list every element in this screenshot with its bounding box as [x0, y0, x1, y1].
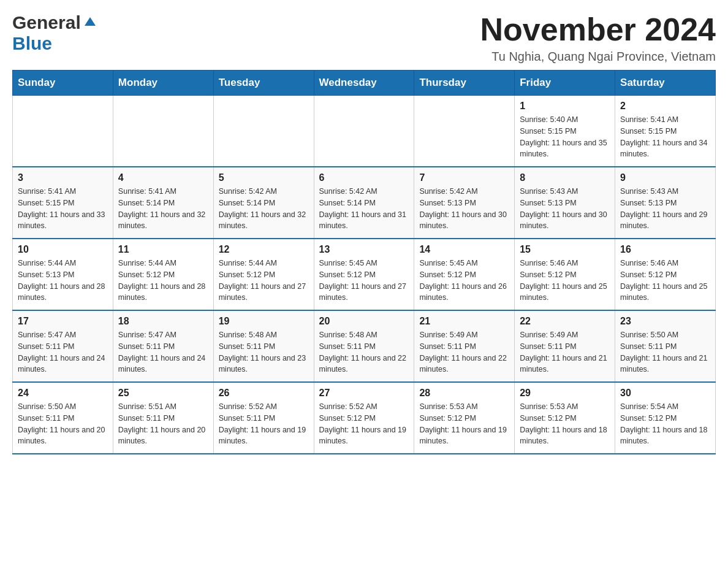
- table-row: [13, 96, 113, 167]
- day-info: Sunrise: 5:44 AMSunset: 5:13 PMDaylight:…: [18, 258, 108, 304]
- calendar-week-row: 3Sunrise: 5:41 AMSunset: 5:15 PMDaylight…: [13, 167, 716, 239]
- day-info: Sunrise: 5:41 AMSunset: 5:15 PMDaylight:…: [620, 114, 710, 160]
- day-number: 13: [319, 244, 409, 255]
- col-thursday: Thursday: [414, 71, 515, 96]
- day-info: Sunrise: 5:42 AMSunset: 5:14 PMDaylight:…: [219, 186, 309, 232]
- day-number: 1: [520, 101, 610, 112]
- day-number: 28: [419, 388, 509, 399]
- table-row: 4Sunrise: 5:41 AMSunset: 5:14 PMDaylight…: [113, 167, 213, 239]
- table-row: 20Sunrise: 5:48 AMSunset: 5:11 PMDayligh…: [314, 310, 414, 382]
- day-info: Sunrise: 5:53 AMSunset: 5:12 PMDaylight:…: [419, 401, 509, 447]
- day-number: 25: [118, 388, 208, 399]
- col-tuesday: Tuesday: [213, 71, 314, 96]
- day-info: Sunrise: 5:43 AMSunset: 5:13 PMDaylight:…: [620, 186, 710, 232]
- table-row: 16Sunrise: 5:46 AMSunset: 5:12 PMDayligh…: [615, 239, 716, 310]
- day-info: Sunrise: 5:45 AMSunset: 5:12 PMDaylight:…: [419, 258, 509, 304]
- day-number: 2: [620, 101, 710, 112]
- table-row: 8Sunrise: 5:43 AMSunset: 5:13 PMDaylight…: [515, 167, 615, 239]
- table-row: 14Sunrise: 5:45 AMSunset: 5:12 PMDayligh…: [414, 239, 515, 310]
- day-info: Sunrise: 5:48 AMSunset: 5:11 PMDaylight:…: [319, 329, 409, 375]
- table-row: 6Sunrise: 5:42 AMSunset: 5:14 PMDaylight…: [314, 167, 414, 239]
- day-number: 14: [419, 244, 509, 255]
- day-info: Sunrise: 5:54 AMSunset: 5:12 PMDaylight:…: [620, 401, 710, 447]
- table-row: 7Sunrise: 5:42 AMSunset: 5:13 PMDaylight…: [414, 167, 515, 239]
- col-sunday: Sunday: [13, 71, 113, 96]
- page-header: General Blue November 2024 Tu Nghia, Qua…: [12, 12, 716, 64]
- day-number: 4: [118, 172, 208, 183]
- day-info: Sunrise: 5:42 AMSunset: 5:14 PMDaylight:…: [319, 186, 409, 232]
- day-number: 24: [18, 388, 108, 399]
- day-number: 26: [219, 388, 309, 399]
- logo: General Blue: [12, 12, 97, 54]
- table-row: [414, 96, 515, 167]
- day-number: 18: [118, 316, 208, 327]
- table-row: [113, 96, 213, 167]
- table-row: 3Sunrise: 5:41 AMSunset: 5:15 PMDaylight…: [13, 167, 113, 239]
- calendar-week-row: 17Sunrise: 5:47 AMSunset: 5:11 PMDayligh…: [13, 310, 716, 382]
- table-row: 22Sunrise: 5:49 AMSunset: 5:11 PMDayligh…: [515, 310, 615, 382]
- calendar-week-row: 24Sunrise: 5:50 AMSunset: 5:11 PMDayligh…: [13, 382, 716, 454]
- day-info: Sunrise: 5:52 AMSunset: 5:11 PMDaylight:…: [219, 401, 309, 447]
- table-row: [314, 96, 414, 167]
- day-number: 7: [419, 172, 509, 183]
- day-info: Sunrise: 5:44 AMSunset: 5:12 PMDaylight:…: [118, 258, 208, 304]
- table-row: 15Sunrise: 5:46 AMSunset: 5:12 PMDayligh…: [515, 239, 615, 310]
- day-info: Sunrise: 5:40 AMSunset: 5:15 PMDaylight:…: [520, 114, 610, 160]
- day-number: 21: [419, 316, 509, 327]
- title-section: November 2024 Tu Nghia, Quang Ngai Provi…: [480, 12, 716, 64]
- day-number: 10: [18, 244, 108, 255]
- calendar-week-row: 10Sunrise: 5:44 AMSunset: 5:13 PMDayligh…: [13, 239, 716, 310]
- table-row: 9Sunrise: 5:43 AMSunset: 5:13 PMDaylight…: [615, 167, 716, 239]
- calendar-table: Sunday Monday Tuesday Wednesday Thursday…: [12, 70, 716, 454]
- day-info: Sunrise: 5:53 AMSunset: 5:12 PMDaylight:…: [520, 401, 610, 447]
- logo-blue-text: Blue: [12, 33, 52, 54]
- day-number: 6: [319, 172, 409, 183]
- day-info: Sunrise: 5:50 AMSunset: 5:11 PMDaylight:…: [620, 329, 710, 375]
- table-row: 17Sunrise: 5:47 AMSunset: 5:11 PMDayligh…: [13, 310, 113, 382]
- col-monday: Monday: [113, 71, 213, 96]
- day-info: Sunrise: 5:46 AMSunset: 5:12 PMDaylight:…: [620, 258, 710, 304]
- day-info: Sunrise: 5:49 AMSunset: 5:11 PMDaylight:…: [419, 329, 509, 375]
- table-row: 13Sunrise: 5:45 AMSunset: 5:12 PMDayligh…: [314, 239, 414, 310]
- day-info: Sunrise: 5:46 AMSunset: 5:12 PMDaylight:…: [520, 258, 610, 304]
- table-row: 11Sunrise: 5:44 AMSunset: 5:12 PMDayligh…: [113, 239, 213, 310]
- table-row: 2Sunrise: 5:41 AMSunset: 5:15 PMDaylight…: [615, 96, 716, 167]
- calendar-week-row: 1Sunrise: 5:40 AMSunset: 5:15 PMDaylight…: [13, 96, 716, 167]
- table-row: 29Sunrise: 5:53 AMSunset: 5:12 PMDayligh…: [515, 382, 615, 454]
- day-info: Sunrise: 5:41 AMSunset: 5:14 PMDaylight:…: [118, 186, 208, 232]
- day-number: 9: [620, 172, 710, 183]
- day-number: 16: [620, 244, 710, 255]
- day-number: 12: [219, 244, 309, 255]
- day-number: 17: [18, 316, 108, 327]
- logo-general-text: General: [12, 12, 81, 33]
- col-wednesday: Wednesday: [314, 71, 414, 96]
- table-row: 5Sunrise: 5:42 AMSunset: 5:14 PMDaylight…: [213, 167, 314, 239]
- table-row: 10Sunrise: 5:44 AMSunset: 5:13 PMDayligh…: [13, 239, 113, 310]
- table-row: 24Sunrise: 5:50 AMSunset: 5:11 PMDayligh…: [13, 382, 113, 454]
- day-info: Sunrise: 5:52 AMSunset: 5:12 PMDaylight:…: [319, 401, 409, 447]
- day-number: 11: [118, 244, 208, 255]
- col-saturday: Saturday: [615, 71, 716, 96]
- table-row: [213, 96, 314, 167]
- day-number: 20: [319, 316, 409, 327]
- table-row: 26Sunrise: 5:52 AMSunset: 5:11 PMDayligh…: [213, 382, 314, 454]
- day-number: 5: [219, 172, 309, 183]
- table-row: 18Sunrise: 5:47 AMSunset: 5:11 PMDayligh…: [113, 310, 213, 382]
- day-info: Sunrise: 5:41 AMSunset: 5:15 PMDaylight:…: [18, 186, 108, 232]
- day-number: 30: [620, 388, 710, 399]
- day-number: 23: [620, 316, 710, 327]
- svg-marker-0: [85, 17, 96, 26]
- day-info: Sunrise: 5:49 AMSunset: 5:11 PMDaylight:…: [520, 329, 610, 375]
- table-row: 12Sunrise: 5:44 AMSunset: 5:12 PMDayligh…: [213, 239, 314, 310]
- day-number: 19: [219, 316, 309, 327]
- day-info: Sunrise: 5:47 AMSunset: 5:11 PMDaylight:…: [118, 329, 208, 375]
- table-row: 30Sunrise: 5:54 AMSunset: 5:12 PMDayligh…: [615, 382, 716, 454]
- day-info: Sunrise: 5:51 AMSunset: 5:11 PMDaylight:…: [118, 401, 208, 447]
- day-info: Sunrise: 5:43 AMSunset: 5:13 PMDaylight:…: [520, 186, 610, 232]
- day-info: Sunrise: 5:48 AMSunset: 5:11 PMDaylight:…: [219, 329, 309, 375]
- day-info: Sunrise: 5:50 AMSunset: 5:11 PMDaylight:…: [18, 401, 108, 447]
- day-info: Sunrise: 5:42 AMSunset: 5:13 PMDaylight:…: [419, 186, 509, 232]
- month-title: November 2024: [480, 12, 716, 47]
- location-text: Tu Nghia, Quang Ngai Province, Vietnam: [480, 50, 716, 64]
- col-friday: Friday: [515, 71, 615, 96]
